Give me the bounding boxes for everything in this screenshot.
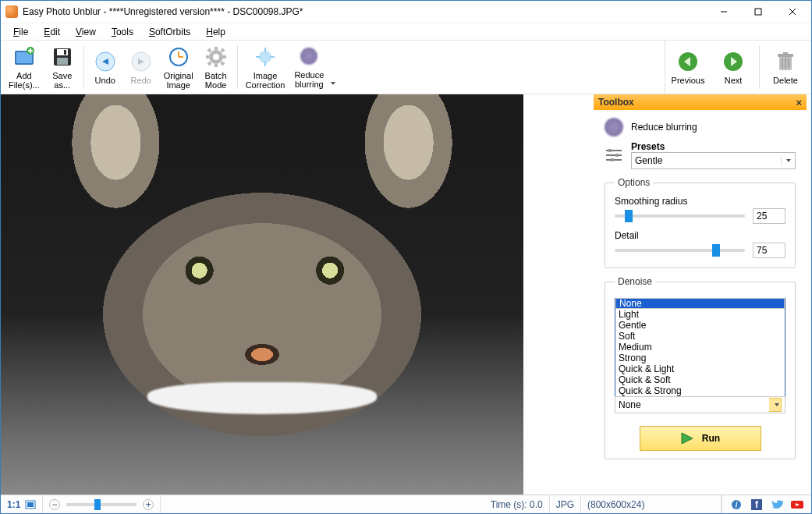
svg-line-27 [208, 62, 211, 65]
detail-value[interactable]: 75 [753, 243, 785, 258]
svg-rect-12 [57, 58, 68, 65]
options-group: Options Smoothing radius 25 Detail 75 [605, 177, 796, 268]
app-window: Easy Photo Unblur - ****Unregistered ver… [0, 0, 812, 514]
zoom-in-button[interactable]: + [143, 499, 154, 510]
svg-rect-45 [615, 154, 619, 157]
denoise-option[interactable]: Soft [615, 331, 785, 342]
denoise-group: Denoise NoneLightGentleSoftMediumStrongQ… [605, 276, 796, 459]
toolbox-close-button[interactable]: × [796, 97, 802, 108]
svg-line-25 [222, 62, 224, 65]
maximize-button[interactable] [741, 2, 775, 22]
toolbox-panel: Toolbox × Reduce blurring Presets Gentle [594, 94, 811, 495]
menu-tools[interactable]: Tools [105, 25, 140, 39]
image-canvas[interactable] [1, 94, 523, 495]
denoise-option[interactable]: Light [615, 309, 785, 320]
facebook-icon[interactable]: f [750, 498, 763, 511]
denoise-option[interactable]: None [615, 298, 785, 309]
presets-label: Presets [631, 141, 796, 152]
original-image-button[interactable]: OriginalImage [159, 41, 198, 94]
denoise-option[interactable]: Quick & Strong [615, 385, 785, 396]
svg-rect-11 [64, 50, 66, 55]
gear-icon [204, 44, 229, 69]
svg-point-19 [213, 54, 219, 60]
chevron-down-icon [781, 155, 792, 166]
menu-help[interactable]: Help [200, 25, 232, 39]
redo-button[interactable]: Redo [123, 41, 159, 94]
previous-icon [675, 49, 700, 74]
smoothing-value[interactable]: 25 [753, 208, 785, 224]
clock-icon [166, 44, 191, 69]
detail-label: Detail [615, 230, 785, 241]
mode-label: Reduce blurring [631, 122, 697, 133]
minimize-button[interactable] [707, 2, 741, 22]
smoothing-slider[interactable] [615, 214, 745, 218]
delete-button[interactable]: Delete [763, 41, 808, 94]
reduce-blurring-dropdown[interactable] [330, 78, 336, 89]
fit-icon [25, 500, 36, 509]
add-files-button[interactable]: AddFile(s)... [4, 41, 44, 94]
reduce-blurring-button[interactable]: Reduceblurring [289, 41, 328, 92]
preview-image [1, 94, 523, 495]
status-format: JPG [550, 495, 581, 513]
denoise-combo[interactable]: None [615, 396, 785, 413]
zoom-out-button[interactable]: − [49, 499, 60, 510]
svg-text:i: i [736, 499, 738, 510]
undo-button[interactable]: Undo [87, 41, 123, 94]
add-files-icon [12, 44, 37, 69]
svg-rect-1 [755, 9, 761, 15]
svg-rect-44 [608, 149, 612, 152]
twitter-icon[interactable] [771, 498, 783, 511]
svg-rect-48 [27, 502, 34, 507]
blur-icon [296, 44, 321, 69]
presets-icon [605, 146, 623, 165]
zoom-ratio[interactable]: 1:1 [1, 495, 43, 513]
zoom-slider[interactable] [66, 503, 137, 506]
denoise-option[interactable]: Quick & Light [615, 363, 785, 374]
app-icon [5, 5, 18, 18]
status-time: Time (s): 0.0 [484, 495, 550, 513]
batch-mode-button[interactable]: BatchMode [198, 41, 234, 94]
redo-icon [129, 49, 154, 74]
image-correction-button[interactable]: ImageCorrection [241, 41, 290, 94]
save-icon [50, 44, 75, 69]
run-button[interactable]: Run [640, 426, 761, 451]
youtube-icon[interactable] [791, 498, 803, 511]
chevron-down-icon [769, 398, 782, 412]
next-icon [721, 49, 746, 74]
menubar: File Edit View Tools SoftOrbits Help [1, 23, 811, 40]
svg-line-26 [222, 49, 224, 51]
svg-point-28 [259, 51, 271, 63]
menu-edit[interactable]: Edit [37, 25, 66, 39]
next-button[interactable]: Next [711, 41, 756, 94]
titlebar: Easy Photo Unblur - ****Unregistered ver… [1, 1, 811, 23]
menu-softorbits[interactable]: SoftOrbits [143, 25, 197, 39]
presets-combo[interactable]: Gentle [631, 152, 796, 169]
denoise-option[interactable]: Gentle [615, 320, 785, 331]
close-button[interactable] [775, 2, 810, 22]
main-area: Toolbox × Reduce blurring Presets Gentle [1, 94, 811, 495]
status-bar: 1:1 − + Time (s): 0.0 JPG (800x600x24) i… [1, 495, 811, 513]
detail-slider[interactable] [615, 249, 745, 252]
mode-icon [605, 118, 623, 136]
smoothing-label: Smoothing radius [615, 196, 785, 207]
svg-rect-37 [783, 52, 788, 55]
denoise-option[interactable]: Strong [615, 353, 785, 363]
info-icon[interactable]: i [730, 498, 743, 511]
window-title: Easy Photo Unblur - ****Unregistered ver… [23, 6, 707, 17]
previous-button[interactable]: Previous [665, 41, 711, 94]
sparkle-icon [253, 44, 278, 69]
denoise-option[interactable]: Quick & Soft [615, 374, 785, 385]
svg-rect-46 [611, 158, 614, 161]
svg-line-24 [208, 49, 211, 51]
trash-icon [773, 49, 798, 74]
menu-view[interactable]: View [69, 25, 102, 39]
toolbar: AddFile(s)... Saveas... Undo Redo Origin… [1, 40, 811, 94]
denoise-listbox[interactable]: NoneLightGentleSoftMediumStrongQuick & L… [615, 298, 785, 397]
save-as-button[interactable]: Saveas... [44, 41, 80, 94]
status-dimensions: (800x600x24) [581, 495, 722, 513]
menu-file[interactable]: File [7, 25, 34, 39]
denoise-option[interactable]: Medium [615, 342, 785, 353]
toolbox-header: Toolbox × [594, 94, 807, 110]
undo-icon [93, 49, 118, 74]
